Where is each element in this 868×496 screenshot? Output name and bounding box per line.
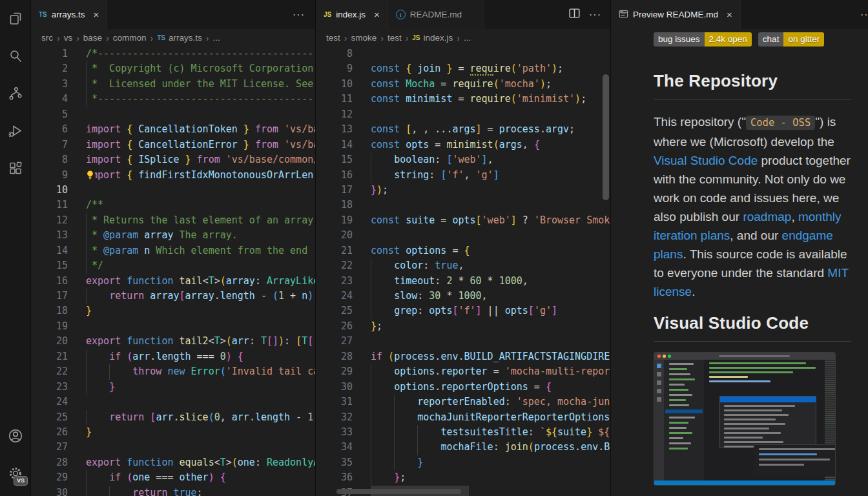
vertical-scrollbar[interactable] [603, 74, 609, 200]
breadcrumb-separator-icon: › [406, 33, 409, 43]
code-editor[interactable]: 8910111213141516171819202122232425262728… [316, 46, 610, 496]
code-line: import { ISplice } from 'vs/base/common/… [86, 152, 315, 167]
code-line: return array[array.length - (1 + n)]; [86, 289, 315, 304]
more-actions-icon[interactable]: ··· [860, 9, 868, 21]
code-line: const options = { [371, 243, 610, 258]
code-line: const opts = minimist(args, { [371, 138, 610, 152]
breadcrumb-item[interactable]: smoke [351, 33, 377, 43]
breadcrumb-item[interactable]: TSarrays.ts [157, 33, 202, 43]
breadcrumb-separator-icon: › [457, 33, 460, 43]
breadcrumb-item[interactable]: ... [464, 33, 471, 43]
code-content[interactable]: const { join } = require('path');const M… [371, 46, 610, 496]
breadcrumb-item[interactable]: common [113, 33, 147, 43]
tab-bar: TS arrays.ts × ··· [31, 0, 315, 29]
breadcrumb-separator-icon: › [380, 33, 384, 43]
code-line [371, 46, 610, 61]
split-editor-icon[interactable] [569, 8, 580, 21]
breadcrumb[interactable]: src›vs›base›common›TSarrays.ts›... [31, 29, 315, 46]
source-control-icon[interactable] [0, 75, 31, 112]
breadcrumb[interactable]: test›smoke›test›JSindex.js›... [316, 29, 610, 46]
bug-issues-badge[interactable]: bug issues2.4k open [654, 32, 752, 46]
code-line: mochaJunitReporterReporterOptions: { [371, 410, 610, 425]
horizontal-scrollbar[interactable] [336, 489, 461, 494]
breadcrumb-separator-icon: › [76, 33, 79, 43]
breadcrumb-item[interactable]: JSindex.js [412, 33, 453, 43]
markdown-link[interactable]: Visual Studio Code [654, 154, 758, 167]
breadcrumb-separator-icon: › [106, 33, 109, 43]
code-line: if (arr.length === 0) { [86, 349, 315, 364]
account-icon[interactable] [0, 417, 31, 455]
paragraph-text: , and our [730, 229, 781, 242]
code-line [371, 228, 610, 243]
close-icon[interactable]: × [94, 10, 99, 19]
preview-icon [619, 9, 628, 21]
code-line: const Mocha = require('mocha'); [371, 77, 610, 92]
code-line [86, 395, 315, 409]
breadcrumb-item[interactable]: ... [212, 33, 220, 43]
more-actions-icon[interactable]: ··· [293, 9, 305, 21]
code-line: *---------------------------------------… [86, 92, 315, 107]
tab-bar: Preview README.md × ··· [611, 0, 868, 29]
code-line: return true; [86, 486, 315, 496]
code-line [86, 183, 315, 198]
code-line: const suite = opts['web'] ? 'Browser Smo… [371, 213, 610, 228]
tab-label: arrays.ts [52, 10, 85, 19]
tab-arrays-ts[interactable]: TS arrays.ts × [31, 0, 107, 29]
code-line: options.reporterOptions = { [371, 380, 610, 395]
breadcrumb-item[interactable]: test [388, 33, 402, 43]
paragraph-text: . This source code is available to every… [654, 247, 847, 280]
code-line: return [arr.slice(0, arr.length - 1), ar… [86, 410, 315, 425]
breadcrumb-separator-icon: › [344, 33, 347, 43]
tab-preview-readme[interactable]: Preview README.md × [611, 0, 741, 29]
code-line: /** [86, 198, 315, 212]
settings-gear-icon[interactable]: VS [0, 455, 31, 492]
run-debug-icon[interactable] [0, 112, 31, 150]
markdown-link[interactable]: roadmap [743, 210, 791, 223]
breadcrumb-item[interactable]: test [326, 33, 340, 43]
code-line: export function equals<T>(one: ReadonlyA… [86, 455, 315, 470]
vscode-window: VS TS arrays.ts × ··· src›vs›base›common… [0, 0, 868, 496]
code-editor[interactable]: 1234567891011121314151617181920212223242… [31, 46, 315, 496]
code-line: }; [371, 470, 610, 485]
badge-row: bug issues2.4k open chaton gitter [654, 32, 851, 46]
editor-group-index: JS index.js × i README.md × ··· test›smo… [315, 0, 610, 496]
extensions-icon[interactable] [0, 150, 31, 187]
more-actions-icon[interactable]: ··· [589, 9, 601, 21]
tab-index-js[interactable]: JS index.js × [316, 0, 388, 29]
code-line: reporterEnabled: 'spec, mocha-junit-repo… [371, 395, 610, 409]
readme-info-icon: i [396, 10, 406, 19]
explorer-icon[interactable] [0, 0, 31, 37]
code-line [86, 440, 315, 455]
code-line: options.reporter = 'mocha-multi-reporter… [371, 364, 610, 379]
code-line [371, 334, 610, 349]
code-content[interactable]: /*--------------------------------------… [86, 46, 315, 496]
gitter-chat-badge[interactable]: chaton gitter [758, 32, 824, 46]
tab-readme-md[interactable]: i README.md × [388, 0, 484, 29]
code-line: } [371, 455, 610, 470]
search-icon[interactable] [0, 37, 31, 75]
code-line: mochaFile: join(process.env.BUILD_ARTIFA… [371, 440, 610, 455]
code-line: /*--------------------------------------… [86, 46, 315, 61]
code-line: * Licensed under the MIT License. See Li… [86, 77, 315, 92]
code-line: slow: 30 * 1000, [371, 289, 610, 304]
breadcrumb-item[interactable]: src [41, 33, 53, 43]
markdown-preview-pane: Preview README.md × ··· bug issues2.4k o… [610, 0, 868, 496]
inline-code: Code - OSS [746, 116, 815, 130]
breadcrumb-separator-icon: › [206, 33, 209, 43]
breadcrumb-separator-icon: › [150, 33, 154, 43]
breadcrumb-item[interactable]: vs [64, 33, 73, 43]
javascript-file-icon: JS [324, 11, 331, 18]
tab-label: Preview README.md [633, 10, 718, 19]
code-line: if (process.env.BUILD_ARTIFACTSTAGINGDIR… [371, 349, 610, 364]
close-icon[interactable]: × [374, 10, 380, 19]
vs-profile-badge: VS [14, 476, 28, 486]
js-file-icon: JS [412, 34, 420, 41]
close-icon[interactable]: × [727, 10, 732, 19]
typescript-file-icon: TS [39, 11, 47, 18]
code-line [86, 319, 315, 334]
code-line: grep: opts['f'] || opts['g'] [371, 304, 610, 318]
lightbulb-icon[interactable] [86, 170, 95, 181]
breadcrumb-item[interactable]: base [83, 33, 102, 43]
code-line: export function tail2<T>(arr: T[]): [T[]… [86, 334, 315, 349]
code-line: }); [371, 183, 610, 198]
